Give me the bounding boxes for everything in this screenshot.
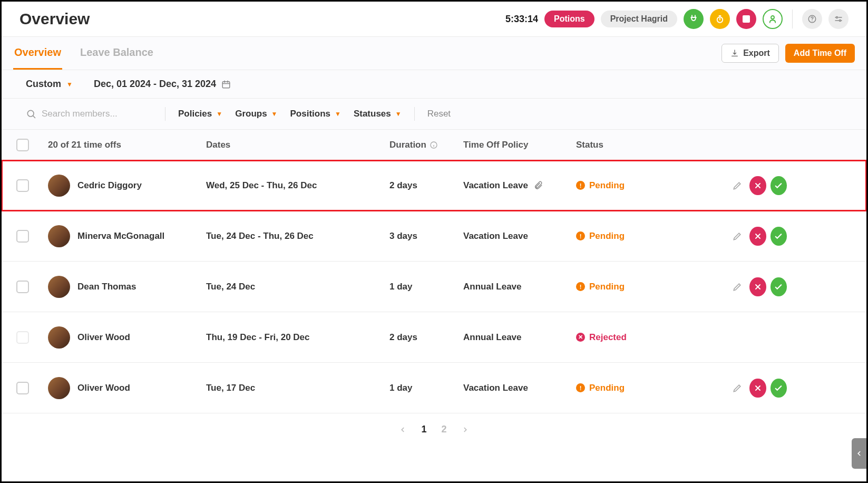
row-checkbox[interactable] bbox=[16, 382, 29, 394]
column-duration: Duration bbox=[389, 140, 426, 150]
dates-cell: Tue, 17 Dec bbox=[206, 383, 389, 393]
edit-button[interactable] bbox=[729, 176, 745, 195]
range-preset-dropdown[interactable]: Custom ▼ bbox=[26, 79, 73, 90]
status-label: Pending bbox=[589, 383, 625, 393]
top-header: Overview 5:33:14 Potions Project Hagrid bbox=[2, 2, 866, 37]
approve-button[interactable] bbox=[771, 176, 787, 195]
column-duration-wrap: Duration bbox=[389, 140, 463, 150]
next-page[interactable] bbox=[462, 426, 469, 433]
policy-label: Vacation Leave bbox=[463, 231, 528, 242]
reject-button[interactable] bbox=[749, 277, 766, 296]
row-checkbox[interactable] bbox=[16, 281, 29, 293]
status-cell: !Pending bbox=[576, 231, 729, 242]
tab-leave-balance[interactable]: Leave Balance bbox=[79, 37, 154, 70]
search-wrap bbox=[26, 109, 152, 119]
member-name: Cedric Diggory bbox=[77, 180, 142, 191]
duration-cell: 3 days bbox=[389, 231, 463, 242]
avatar bbox=[48, 276, 70, 298]
plug-icon-button[interactable] bbox=[684, 9, 704, 29]
pill-project[interactable]: Project Hagrid bbox=[601, 11, 677, 27]
select-all-checkbox[interactable] bbox=[16, 139, 29, 151]
page-2[interactable]: 2 bbox=[442, 424, 447, 435]
chevron-down-icon: ▼ bbox=[66, 81, 73, 88]
member-name: Oliver Wood bbox=[77, 383, 130, 393]
separator bbox=[165, 107, 165, 121]
filter-statuses[interactable]: Statuses ▼ bbox=[354, 109, 402, 119]
side-drawer-toggle[interactable] bbox=[852, 438, 866, 469]
chevron-left-icon bbox=[855, 450, 863, 457]
search-icon bbox=[26, 109, 36, 119]
filter-positions[interactable]: Positions ▼ bbox=[290, 109, 341, 119]
status-cell: ✕Rejected bbox=[576, 332, 729, 343]
person-icon-button[interactable] bbox=[763, 9, 783, 29]
reject-button[interactable] bbox=[749, 176, 766, 195]
column-count: 20 of 21 time offs bbox=[48, 140, 206, 150]
approve-button[interactable] bbox=[771, 227, 787, 246]
settings-icon-button[interactable] bbox=[828, 9, 849, 29]
check-icon bbox=[774, 383, 783, 393]
check-icon bbox=[774, 181, 783, 190]
edit-button[interactable] bbox=[729, 227, 745, 246]
range-preset-label: Custom bbox=[26, 79, 61, 90]
page-title: Overview bbox=[19, 10, 90, 28]
filter-groups[interactable]: Groups ▼ bbox=[235, 109, 277, 119]
date-range-picker[interactable]: Dec, 01 2024 - Dec, 31 2024 bbox=[94, 79, 231, 90]
column-status: Status bbox=[576, 140, 729, 150]
attachment-icon[interactable] bbox=[533, 181, 543, 190]
stop-icon-button[interactable] bbox=[736, 9, 756, 29]
pencil-icon bbox=[732, 383, 743, 393]
tabs-row: Overview Leave Balance Export Add Time O… bbox=[2, 37, 866, 70]
status-label: Pending bbox=[589, 231, 625, 242]
row-actions bbox=[729, 379, 787, 398]
member-name: Minerva McGonagall bbox=[77, 231, 164, 242]
search-input[interactable] bbox=[42, 109, 136, 119]
dates-cell: Thu, 19 Dec - Fri, 20 Dec bbox=[206, 332, 389, 343]
help-icon-button[interactable] bbox=[802, 9, 822, 29]
export-button[interactable]: Export bbox=[721, 44, 779, 63]
member-name: Oliver Wood bbox=[77, 332, 130, 343]
filter-policies-label: Policies bbox=[178, 109, 212, 119]
chevron-left-icon bbox=[399, 426, 406, 433]
svg-point-7 bbox=[27, 110, 34, 117]
row-checkbox[interactable] bbox=[16, 230, 29, 243]
column-policy: Time Off Policy bbox=[463, 140, 576, 150]
avatar bbox=[48, 377, 70, 399]
dates-cell: Wed, 25 Dec - Thu, 26 Dec bbox=[206, 180, 389, 191]
status-label: Pending bbox=[589, 282, 625, 292]
duration-cell: 2 days bbox=[389, 180, 463, 191]
approve-button[interactable] bbox=[771, 379, 787, 398]
prev-page[interactable] bbox=[399, 426, 406, 433]
pill-potions[interactable]: Potions bbox=[544, 11, 594, 27]
reject-button[interactable] bbox=[749, 227, 766, 246]
info-icon[interactable] bbox=[430, 141, 438, 149]
reject-button[interactable] bbox=[749, 379, 766, 398]
timer-icon-button[interactable] bbox=[710, 9, 730, 29]
tab-actions: Export Add Time Off bbox=[721, 44, 855, 63]
tab-overview[interactable]: Overview bbox=[13, 37, 62, 70]
chevron-right-icon bbox=[462, 426, 469, 433]
policy-label: Vacation Leave bbox=[463, 180, 528, 191]
filter-groups-label: Groups bbox=[235, 109, 267, 119]
pending-dot-icon: ! bbox=[576, 181, 585, 190]
edit-button[interactable] bbox=[729, 379, 745, 398]
svg-point-4 bbox=[836, 17, 838, 18]
pencil-icon bbox=[732, 180, 743, 191]
page-1[interactable]: 1 bbox=[421, 424, 426, 435]
add-time-off-button[interactable]: Add Time Off bbox=[785, 44, 855, 63]
x-icon bbox=[754, 232, 762, 240]
chevron-down-icon: ▼ bbox=[216, 110, 222, 118]
row-checkbox bbox=[16, 331, 29, 344]
pagination: 1 2 bbox=[2, 413, 866, 446]
calendar-icon bbox=[221, 80, 231, 89]
status-label: Rejected bbox=[589, 332, 627, 343]
reset-filters[interactable]: Reset bbox=[427, 109, 451, 119]
filter-policies[interactable]: Policies ▼ bbox=[178, 109, 222, 119]
table-header: 20 of 21 time offs Dates Duration Time O… bbox=[2, 130, 866, 160]
chevron-down-icon: ▼ bbox=[335, 110, 341, 118]
edit-button[interactable] bbox=[729, 277, 745, 296]
approve-button[interactable] bbox=[771, 277, 787, 296]
policy-cell: Vacation Leave bbox=[463, 180, 576, 191]
date-range-label: Dec, 01 2024 - Dec, 31 2024 bbox=[94, 79, 216, 90]
avatar bbox=[48, 326, 70, 349]
row-checkbox[interactable] bbox=[16, 179, 29, 192]
